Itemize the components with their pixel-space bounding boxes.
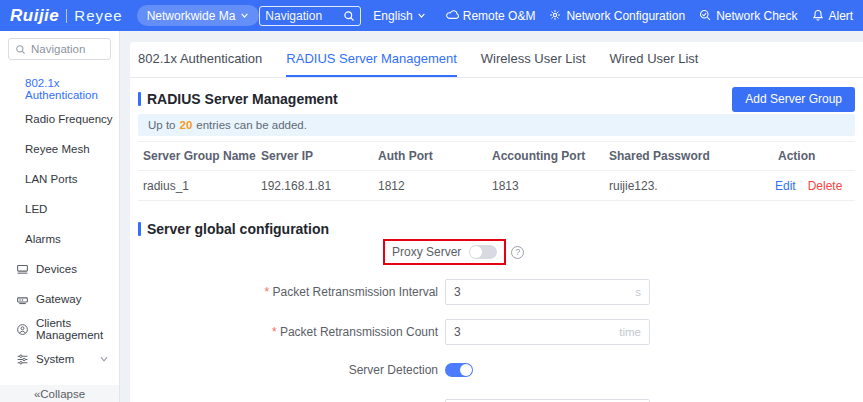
sidebar-item-label: System bbox=[36, 353, 74, 365]
tab-8021x-authentication[interactable]: 802.1x Authentication bbox=[138, 42, 262, 77]
server-detection-toggle[interactable] bbox=[445, 363, 473, 377]
sidebar-item-label: 802.1x Authentication bbox=[25, 77, 119, 101]
logo-reyee: Reyee bbox=[74, 7, 122, 24]
sidebar-item-led[interactable]: LED bbox=[0, 194, 119, 224]
sidebar-nav: 802.1x Authentication Radio Frequency Re… bbox=[0, 74, 119, 374]
tab-wired-user-list[interactable]: Wired User List bbox=[610, 42, 699, 77]
sidebar-item-8021x-authentication[interactable]: 802.1x Authentication bbox=[0, 74, 119, 104]
sidebar-item-reyee-mesh[interactable]: Reyee Mesh bbox=[0, 134, 119, 164]
section-accent-bar bbox=[138, 222, 141, 236]
tab-label: Wireless User List bbox=[481, 51, 586, 66]
col-accounting-port: Accounting Port bbox=[487, 149, 604, 163]
content-area: 802.1x Authentication RADIUS Server Mana… bbox=[120, 31, 863, 402]
sidebar-item-label: Clients Management bbox=[36, 317, 119, 341]
delete-link[interactable]: Delete bbox=[808, 179, 843, 193]
sidebar-item-radio-frequency[interactable]: Radio Frequency bbox=[0, 104, 119, 134]
search-icon[interactable] bbox=[343, 10, 355, 22]
col-auth-port: Auth Port bbox=[373, 149, 487, 163]
tab-wireless-user-list[interactable]: Wireless User List bbox=[481, 42, 586, 77]
table-row: radius_1 192.168.1.81 1812 1813 ruijie12… bbox=[138, 171, 855, 201]
sidebar-item-lan-ports[interactable]: LAN Ports bbox=[0, 164, 119, 194]
header-search-input[interactable] bbox=[265, 9, 339, 23]
proxy-server-row: Proxy Server ? bbox=[383, 239, 855, 265]
col-server-group-name: Server Group Name bbox=[138, 149, 256, 163]
radius-server-table: Server Group Name Server IP Auth Port Ac… bbox=[138, 141, 855, 201]
add-server-group-button[interactable]: Add Server Group bbox=[732, 87, 855, 112]
packet-retransmission-count-row: Packet Retransmission Count 3 time bbox=[138, 319, 855, 345]
packet-retransmission-interval-input[interactable]: 3 s bbox=[445, 279, 650, 305]
edit-link[interactable]: Edit bbox=[775, 179, 796, 193]
sidebar-item-label: Devices bbox=[36, 263, 77, 275]
sidebar-search-input[interactable] bbox=[31, 43, 104, 55]
menu-alert[interactable]: Alert bbox=[812, 9, 854, 23]
cloud-icon bbox=[446, 9, 459, 22]
cell-action: Edit Delete bbox=[770, 179, 855, 193]
language-label: English bbox=[373, 9, 412, 23]
sidebar-item-devices[interactable]: Devices bbox=[0, 254, 119, 284]
help-icon[interactable]: ? bbox=[511, 246, 524, 259]
content-card: 802.1x Authentication RADIUS Server Mana… bbox=[130, 42, 863, 402]
top-header: Ruijie Reyee Networkwide Ma English Remo… bbox=[0, 0, 863, 31]
packet-retransmission-count-input[interactable]: 3 time bbox=[445, 319, 650, 345]
proxy-server-label: Proxy Server bbox=[392, 245, 461, 259]
clients-icon bbox=[16, 323, 29, 336]
header-menu: Remote O&M Network Configuration Network… bbox=[432, 9, 863, 23]
sidebar-item-label: Gateway bbox=[36, 293, 81, 305]
packet-retransmission-interval-label: Packet Retransmission Interval bbox=[138, 285, 445, 299]
language-selector[interactable]: English bbox=[373, 9, 425, 23]
workspace-selector[interactable]: Networkwide Ma bbox=[137, 5, 260, 26]
tab-label: Wired User List bbox=[610, 51, 699, 66]
sidebar-item-label: Radio Frequency bbox=[25, 113, 113, 125]
device-icon bbox=[16, 263, 29, 276]
brand-logo: Ruijie Reyee bbox=[10, 6, 123, 26]
red-highlight-box: Proxy Server bbox=[383, 239, 506, 265]
section-title: Server global configuration bbox=[147, 221, 329, 237]
chevron-down-icon bbox=[99, 354, 109, 364]
col-action: Action bbox=[770, 149, 855, 163]
sidebar: 802.1x Authentication Radio Frequency Re… bbox=[0, 31, 120, 402]
tab-label: RADIUS Server Management bbox=[286, 51, 457, 66]
network-config-icon bbox=[549, 9, 562, 22]
menu-remote-om[interactable]: Remote O&M bbox=[446, 9, 536, 23]
cell-server-group-name: radius_1 bbox=[138, 179, 256, 193]
entries-info-bar: Up to 20 entries can be added. bbox=[138, 114, 855, 136]
logo-divider bbox=[66, 9, 67, 23]
col-server-ip: Server IP bbox=[256, 149, 373, 163]
workspace-label: Networkwide Ma bbox=[147, 9, 236, 23]
menu-label: Remote O&M bbox=[463, 9, 536, 23]
input-unit: s bbox=[635, 286, 641, 298]
collapse-label: «Collapse bbox=[34, 388, 85, 400]
radius-server-section: RADIUS Server Management Add Server Grou… bbox=[138, 86, 855, 201]
menu-label: Alert bbox=[829, 9, 854, 23]
toggle-knob bbox=[460, 364, 472, 376]
menu-network-configuration[interactable]: Network Configuration bbox=[549, 9, 685, 23]
info-prefix: Up to bbox=[148, 119, 176, 131]
section-title: RADIUS Server Management bbox=[147, 91, 338, 107]
proxy-server-toggle[interactable] bbox=[469, 245, 497, 259]
search-icon bbox=[15, 44, 26, 55]
packet-retransmission-interval-row: Packet Retransmission Interval 3 s bbox=[138, 279, 855, 305]
alert-icon bbox=[812, 9, 825, 22]
network-check-icon bbox=[699, 9, 712, 22]
toggle-knob bbox=[470, 246, 482, 258]
sidebar-item-gateway[interactable]: Gateway bbox=[0, 284, 119, 314]
sidebar-item-system[interactable]: System bbox=[0, 344, 119, 374]
cell-auth-port: 1812 bbox=[373, 179, 487, 193]
input-value: 3 bbox=[454, 325, 461, 339]
sidebar-item-alarms[interactable]: Alarms bbox=[0, 224, 119, 254]
header-search[interactable] bbox=[259, 6, 361, 26]
sidebar-item-label: LAN Ports bbox=[25, 173, 77, 185]
sidebar-collapse-button[interactable]: «Collapse bbox=[0, 385, 119, 402]
sidebar-search[interactable] bbox=[8, 38, 111, 60]
menu-label: Network Configuration bbox=[566, 9, 685, 23]
chevron-down-icon bbox=[240, 11, 249, 20]
sidebar-item-label: Reyee Mesh bbox=[25, 143, 90, 155]
cell-accounting-port: 1813 bbox=[487, 179, 604, 193]
menu-network-check[interactable]: Network Check bbox=[699, 9, 797, 23]
menu-label: Network Check bbox=[716, 9, 797, 23]
tab-radius-server-management[interactable]: RADIUS Server Management bbox=[286, 42, 457, 77]
section-accent-bar bbox=[138, 92, 141, 106]
sidebar-item-clients-management[interactable]: Clients Management bbox=[0, 314, 119, 344]
info-suffix: entries can be added. bbox=[196, 119, 307, 131]
tab-label: 802.1x Authentication bbox=[138, 51, 262, 66]
